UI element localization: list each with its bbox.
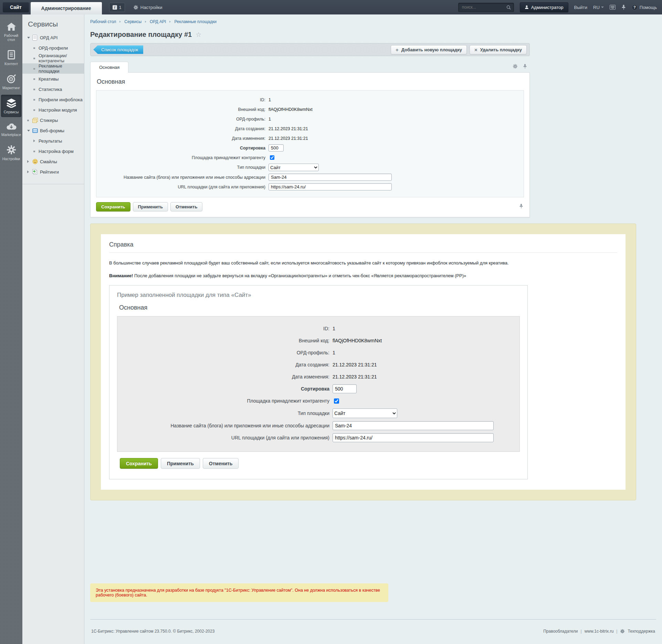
sidebar-item-ord-profiles[interactable]: ОРД-профили xyxy=(22,43,84,53)
x-icon: × xyxy=(474,47,477,52)
breadcrumb-desktop[interactable]: Рабочий стол xyxy=(90,19,116,24)
sidebar-item-form-settings[interactable]: Настройка форм xyxy=(22,146,84,156)
pin-icon[interactable] xyxy=(519,204,523,209)
sidebar-item-web-forms[interactable]: Веб-формы xyxy=(22,125,84,136)
owner-checkbox[interactable] xyxy=(270,155,274,160)
plus-icon: + xyxy=(396,47,399,52)
platform-type-select[interactable]: Сайт xyxy=(269,164,319,171)
tab-admin[interactable]: Администрирование xyxy=(31,2,102,14)
gear-icon xyxy=(7,145,16,155)
example-apply-button[interactable]: Применить xyxy=(161,458,200,469)
search-input[interactable] xyxy=(461,4,506,10)
field-row-site-name: Название сайта (блога) или приложения ил… xyxy=(117,421,519,430)
rail-item-desktop[interactable]: Рабочий стол xyxy=(1,19,21,45)
sidebar-item-ratings[interactable]: Рейтинги xyxy=(22,167,84,177)
cloud-download-icon xyxy=(6,122,17,131)
cancel-button[interactable]: Отменить xyxy=(170,202,203,211)
search-icon[interactable] xyxy=(506,5,511,10)
sidebar-item-module-settings[interactable]: Настройки модуля xyxy=(22,105,84,115)
field-row-external-code: Внешний код: flAQjOfHHD0K8wmNxt xyxy=(96,106,524,113)
field-row-site-url: URL площадки (для сайта или приложения) xyxy=(96,183,524,190)
search-box xyxy=(458,3,514,12)
rail-item-services[interactable]: Сервисы xyxy=(1,95,21,117)
sort-input[interactable] xyxy=(269,144,284,152)
rail-item-marketplace[interactable]: Marketplace xyxy=(1,119,21,140)
tabstrip: Основная xyxy=(90,61,530,72)
language-selector[interactable]: RU xyxy=(593,5,604,10)
help-title: Справка xyxy=(109,241,617,248)
smiley-icon xyxy=(32,159,40,164)
example-site-name-input[interactable] xyxy=(333,421,494,430)
apply-button[interactable]: Применить xyxy=(133,202,168,211)
collapsed-arrow-icon xyxy=(33,139,35,142)
help-attention-paragraph: Внимание! После добавления площадки не з… xyxy=(109,272,617,279)
site-name-input[interactable] xyxy=(269,174,392,181)
footer-link-rights[interactable]: Правообладатели xyxy=(543,629,578,634)
breadcrumb-arrow-icon xyxy=(145,21,146,23)
question-icon: ? xyxy=(632,4,638,10)
document-icon xyxy=(32,35,40,41)
footer-link-site[interactable]: www.1c-bitrix.ru xyxy=(585,629,614,634)
breadcrumb: Рабочий стол Сервисы ОРД API Рекламные п… xyxy=(90,19,656,24)
topbar-settings-button[interactable]: Настройки xyxy=(131,4,165,10)
dev-install-warning: Эта установка предназначена для разработ… xyxy=(90,583,388,602)
sidebar-item-organizations[interactable]: Организации/контрагенты xyxy=(22,53,84,63)
breadcrumb-ad-platforms[interactable]: Рекламные площадки xyxy=(174,19,217,24)
sidebar-item-ord-api[interactable]: ОРД API xyxy=(22,32,84,43)
help-button[interactable]: ? Помощь xyxy=(632,4,657,10)
example-platform-type-select[interactable]: Сайт xyxy=(333,408,397,418)
rating-icon xyxy=(32,169,40,175)
field-row-type: Тип площадки Сайт xyxy=(117,408,519,418)
example-site-url-input[interactable] xyxy=(333,433,494,442)
field-panel: ID: 1 Внешний код: flAQjOfHHD0K8wmNxt ОР… xyxy=(96,90,524,197)
rail-item-content[interactable]: Контент xyxy=(1,46,21,69)
footer: 1С-Битрикс: Управление сайтом 23.750.0. … xyxy=(90,619,656,644)
sidebar-title: Сервисы xyxy=(28,20,84,28)
main-content: Рабочий стол Сервисы ОРД API Рекламные п… xyxy=(84,14,662,644)
pin-panel-icon[interactable] xyxy=(621,4,626,10)
notifications-button[interactable]: i 1 xyxy=(109,3,125,12)
logout-link[interactable]: Выйти xyxy=(574,5,588,10)
sidebar-item-infoblock-profiles[interactable]: Профили инфоблока xyxy=(22,94,84,105)
rail-item-settings[interactable]: Настройки xyxy=(1,142,21,164)
pin-form-icon[interactable] xyxy=(523,64,527,69)
footer-link-support[interactable]: Техподдержка xyxy=(628,629,655,634)
back-to-list-button[interactable]: Список площадок xyxy=(93,45,143,54)
add-platform-button[interactable]: + Добавить новую площадку xyxy=(391,45,467,54)
example-form-buttons: Сохранить Применить Отменить xyxy=(117,452,520,469)
page-title: Редактирование площадку #1 xyxy=(90,31,192,39)
sidebar-item-statistics[interactable]: Статистика xyxy=(22,84,84,94)
notification-count: 1 xyxy=(119,5,122,10)
delete-platform-button[interactable]: × Удалить площадку xyxy=(470,45,527,54)
sidebar-item-smileys[interactable]: Смайлы xyxy=(22,156,84,167)
rail-item-marketing[interactable]: Маркетинг xyxy=(1,71,21,93)
save-button[interactable]: Сохранить xyxy=(96,202,130,211)
example-cancel-button[interactable]: Отменить xyxy=(203,458,239,469)
help-paragraph: В большинстве случаев рекламной площадко… xyxy=(109,260,617,267)
footer-copyright: 1С-Битрикс: Управление сайтом 23.750.0. … xyxy=(91,629,214,634)
breadcrumb-ord-api[interactable]: ОРД API xyxy=(150,19,166,24)
collapsed-arrow-icon xyxy=(27,160,29,163)
tab-main[interactable]: Основная xyxy=(90,62,128,73)
sidebar-item-ad-platforms[interactable]: Рекламные площадки xyxy=(22,63,84,74)
favorite-star-icon[interactable]: ☆ xyxy=(196,31,201,38)
example-field-panel: ID: 1 Внешний код: flAQjOfHHD0K8wmNxt ОР… xyxy=(117,316,520,452)
sidebar-item-results[interactable]: Результаты xyxy=(22,136,84,146)
breadcrumb-services[interactable]: Сервисы xyxy=(124,19,141,24)
sidebar-item-creatives[interactable]: Креативы xyxy=(22,74,84,84)
form-buttons: Сохранить Применить Отменить xyxy=(96,197,524,216)
example-sort-input[interactable] xyxy=(333,384,357,393)
breadcrumb-arrow-icon xyxy=(169,21,171,23)
sidebar-item-stickers[interactable]: Стикеры xyxy=(22,115,84,125)
example-owner-checkbox[interactable] xyxy=(334,398,339,404)
current-user-button[interactable]: Администратор xyxy=(520,2,568,12)
site-url-input[interactable] xyxy=(269,183,392,190)
tab-settings-gear-icon[interactable] xyxy=(513,64,518,69)
web-form-icon xyxy=(32,128,40,133)
expanded-arrow-icon xyxy=(27,37,30,39)
field-row-id: ID: 1 xyxy=(117,324,519,333)
notification-icon: i xyxy=(113,5,117,10)
example-save-button[interactable]: Сохранить xyxy=(120,458,158,469)
tab-site[interactable]: Сайт xyxy=(3,2,29,12)
hotkeys-icon[interactable] xyxy=(610,5,616,10)
